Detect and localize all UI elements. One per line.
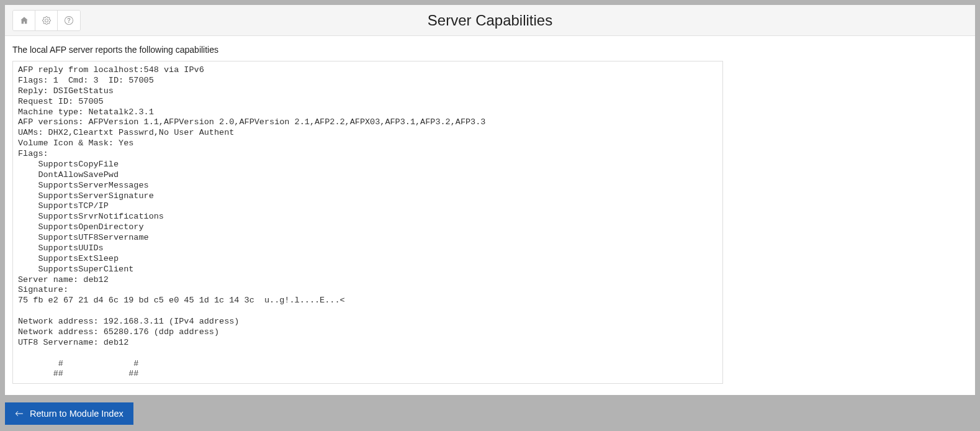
content-area: The local AFP server reports the followi… [5,36,975,395]
home-icon [20,16,29,25]
page-container: Server Capabilities The local AFP server… [5,5,975,395]
return-button-label: Return to Module Index [30,409,124,419]
settings-button[interactable] [35,11,58,30]
header-bar: Server Capabilities [5,5,975,36]
help-icon [65,16,73,25]
icon-button-group [12,10,81,31]
return-to-module-index-button[interactable]: Return to Module Index [5,402,133,425]
help-button[interactable] [58,11,80,30]
footer-bar: Return to Module Index [5,395,975,430]
arrow-left-icon [15,409,24,418]
gear-icon [42,16,51,25]
capabilities-output: AFP reply from localhost:548 via IPv6 Fl… [12,61,723,384]
page-title: Server Capabilities [428,12,552,29]
intro-text: The local AFP server reports the followi… [12,45,968,55]
home-button[interactable] [13,11,35,30]
